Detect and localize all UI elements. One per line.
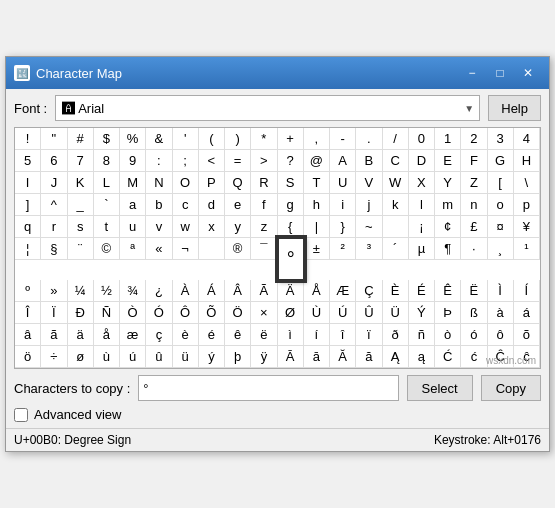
- char-cell[interactable]: ]: [15, 194, 41, 216]
- char-cell[interactable]: b: [146, 194, 172, 216]
- char-cell[interactable]: £: [461, 216, 487, 238]
- char-cell[interactable]: õ: [514, 324, 540, 346]
- char-cell[interactable]: Û: [356, 302, 382, 324]
- char-cell[interactable]: <: [199, 150, 225, 172]
- select-button[interactable]: Select: [407, 375, 473, 401]
- char-cell[interactable]: Á: [199, 280, 225, 302]
- char-cell[interactable]: ç: [146, 324, 172, 346]
- char-cell[interactable]: .: [356, 128, 382, 150]
- char-cell[interactable]: n: [461, 194, 487, 216]
- char-cell[interactable]: ¿: [146, 280, 172, 302]
- char-cell[interactable]: *: [251, 128, 277, 150]
- char-cell[interactable]: f: [251, 194, 277, 216]
- char-cell[interactable]: Ô: [173, 302, 199, 324]
- char-cell[interactable]: ;: [173, 150, 199, 172]
- char-cell[interactable]: 0: [409, 128, 435, 150]
- char-cell[interactable]: ': [173, 128, 199, 150]
- char-cell[interactable]: \: [514, 172, 540, 194]
- advanced-view-checkbox[interactable]: [14, 408, 28, 422]
- maximize-button[interactable]: □: [487, 63, 513, 83]
- char-cell[interactable]: [383, 216, 409, 238]
- char-cell[interactable]: |: [304, 216, 330, 238]
- char-cell[interactable]: C: [383, 150, 409, 172]
- char-cell[interactable]: ą: [409, 346, 435, 368]
- char-cell[interactable]: ·: [461, 238, 487, 260]
- char-cell[interactable]: ô: [488, 324, 514, 346]
- char-cell[interactable]: !: [15, 128, 41, 150]
- char-cell[interactable]: t: [94, 216, 120, 238]
- char-cell[interactable]: ¦: [15, 238, 41, 260]
- char-cell[interactable]: E: [435, 150, 461, 172]
- char-cell[interactable]: Ä: [278, 280, 304, 302]
- char-cell[interactable]: 5: [15, 150, 41, 172]
- char-cell[interactable]: Y: [435, 172, 461, 194]
- char-cell[interactable]: ¼: [68, 280, 94, 302]
- char-cell[interactable]: m: [435, 194, 461, 216]
- char-cell[interactable]: v: [146, 216, 172, 238]
- char-cell[interactable]: ā: [304, 346, 330, 368]
- char-cell[interactable]: ã: [41, 324, 67, 346]
- char-cell[interactable]: ¤: [488, 216, 514, 238]
- char-cell[interactable]: ¾: [120, 280, 146, 302]
- char-cell[interactable]: `: [94, 194, 120, 216]
- char-cell[interactable]: W: [383, 172, 409, 194]
- char-cell[interactable]: Ć: [435, 346, 461, 368]
- char-cell[interactable]: Ì: [488, 280, 514, 302]
- char-cell[interactable]: °: [277, 237, 305, 281]
- char-cell[interactable]: ^: [41, 194, 67, 216]
- char-cell[interactable]: 6: [41, 150, 67, 172]
- char-cell[interactable]: &: [146, 128, 172, 150]
- char-cell[interactable]: Ñ: [94, 302, 120, 324]
- char-cell[interactable]: _: [68, 194, 94, 216]
- char-cell[interactable]: â: [15, 324, 41, 346]
- char-cell[interactable]: Ð: [68, 302, 94, 324]
- char-cell[interactable]: Ă: [330, 346, 356, 368]
- char-cell[interactable]: ­: [199, 238, 225, 260]
- char-cell[interactable]: O: [173, 172, 199, 194]
- font-select[interactable]: 🅰 Arial: [55, 95, 480, 121]
- char-cell[interactable]: L: [94, 172, 120, 194]
- char-cell[interactable]: æ: [120, 324, 146, 346]
- char-cell[interactable]: 9: [120, 150, 146, 172]
- char-cell[interactable]: Ê: [435, 280, 461, 302]
- char-cell[interactable]: @: [304, 150, 330, 172]
- char-cell[interactable]: à: [488, 302, 514, 324]
- char-cell[interactable]: Ë: [461, 280, 487, 302]
- char-cell[interactable]: %: [120, 128, 146, 150]
- char-cell[interactable]: ì: [278, 324, 304, 346]
- char-cell[interactable]: è: [173, 324, 199, 346]
- char-cell[interactable]: /: [383, 128, 409, 150]
- char-cell[interactable]: H: [514, 150, 540, 172]
- char-cell[interactable]: ă: [356, 346, 382, 368]
- char-cell[interactable]: º: [15, 280, 41, 302]
- char-cell[interactable]: ³: [356, 238, 382, 260]
- char-cell[interactable]: Q: [225, 172, 251, 194]
- char-cell[interactable]: Ï: [41, 302, 67, 324]
- char-cell[interactable]: J: [41, 172, 67, 194]
- char-cell[interactable]: B: [356, 150, 382, 172]
- char-cell[interactable]: I: [15, 172, 41, 194]
- char-cell[interactable]: Å: [304, 280, 330, 302]
- char-cell[interactable]: ć: [461, 346, 487, 368]
- char-cell[interactable]: Ú: [330, 302, 356, 324]
- char-cell[interactable]: q: [15, 216, 41, 238]
- char-cell[interactable]: g: [278, 194, 304, 216]
- char-cell[interactable]: Z: [461, 172, 487, 194]
- char-cell[interactable]: o: [488, 194, 514, 216]
- char-cell[interactable]: X: [409, 172, 435, 194]
- char-cell[interactable]: ß: [461, 302, 487, 324]
- char-cell[interactable]: s: [68, 216, 94, 238]
- char-cell[interactable]: -: [330, 128, 356, 150]
- char-cell[interactable]: ð: [383, 324, 409, 346]
- char-cell[interactable]: ÷: [41, 346, 67, 368]
- char-cell[interactable]: È: [383, 280, 409, 302]
- char-cell[interactable]: 7: [68, 150, 94, 172]
- char-cell[interactable]: ~: [356, 216, 382, 238]
- char-cell[interactable]: ": [41, 128, 67, 150]
- char-cell[interactable]: d: [199, 194, 225, 216]
- char-cell[interactable]: ¸: [488, 238, 514, 260]
- char-cell[interactable]: þ: [225, 346, 251, 368]
- char-cell[interactable]: ù: [94, 346, 120, 368]
- char-cell[interactable]: Î: [15, 302, 41, 324]
- char-cell[interactable]: ´: [383, 238, 409, 260]
